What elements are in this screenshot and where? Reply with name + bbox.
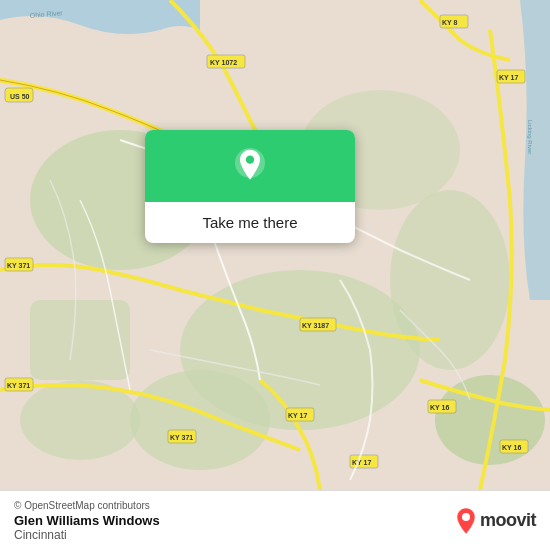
svg-text:KY 17: KY 17	[499, 74, 518, 81]
take-me-there-button[interactable]: Take me there	[186, 202, 313, 243]
moovit-pin-icon	[455, 507, 477, 535]
place-city: Cincinnati	[14, 528, 160, 542]
bottom-left: © OpenStreetMap contributors Glen Willia…	[14, 500, 160, 542]
svg-text:KY 16: KY 16	[502, 444, 521, 451]
map-background: Ohio River Licking River US 50 KY 1072 K…	[0, 0, 550, 490]
map-container[interactable]: Ohio River Licking River US 50 KY 1072 K…	[0, 0, 550, 490]
svg-point-37	[462, 513, 470, 521]
svg-point-3	[390, 190, 510, 370]
location-pin-icon	[230, 148, 270, 188]
moovit-logo: moovit	[455, 507, 536, 535]
location-card[interactable]: Take me there	[145, 130, 355, 243]
moovit-text: moovit	[480, 510, 536, 531]
svg-text:KY 8: KY 8	[442, 19, 458, 26]
svg-text:KY 3187: KY 3187	[302, 322, 329, 329]
svg-text:KY 16: KY 16	[430, 404, 449, 411]
svg-text:KY 1072: KY 1072	[210, 59, 237, 66]
svg-text:KY 17: KY 17	[288, 412, 307, 419]
svg-text:US 50: US 50	[10, 93, 30, 100]
svg-text:KY 17: KY 17	[352, 459, 371, 466]
place-name: Glen Williams Windows	[14, 513, 160, 528]
bottom-bar: © OpenStreetMap contributors Glen Willia…	[0, 490, 550, 550]
svg-point-36	[246, 156, 254, 164]
svg-text:KY 371: KY 371	[170, 434, 193, 441]
svg-text:KY 371: KY 371	[7, 382, 30, 389]
svg-text:Licking River: Licking River	[527, 120, 533, 154]
osm-attribution: © OpenStreetMap contributors	[14, 500, 160, 511]
card-icon-area	[145, 130, 355, 202]
svg-text:KY 371: KY 371	[7, 262, 30, 269]
place-info: Glen Williams Windows Cincinnati	[14, 513, 160, 542]
svg-point-4	[130, 370, 270, 470]
